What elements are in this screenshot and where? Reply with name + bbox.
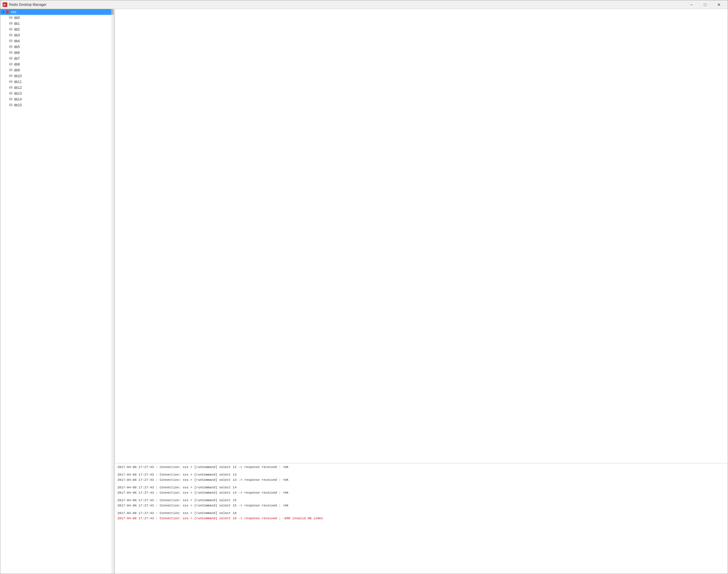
db-icon (8, 80, 13, 84)
db-item-db7[interactable]: db7 (0, 56, 114, 62)
svg-point-8 (9, 28, 12, 29)
db-item-db0[interactable]: db0 (0, 15, 114, 21)
svg-point-6 (9, 16, 12, 17)
db-item-db12[interactable]: db12 (0, 85, 114, 91)
db-label: db3 (14, 33, 20, 37)
db-icon (8, 33, 13, 38)
title-bar: R Redis Desktop Manager − □ ✕ (0, 0, 728, 9)
scrollbar-thumb[interactable] (111, 9, 114, 15)
db-label: db2 (14, 27, 20, 32)
svg-point-18 (9, 86, 12, 87)
log-panel[interactable]: 2017-04-08 17:27:43 : Connection: sss > … (115, 463, 728, 574)
connection-item[interactable]: ▼ sss (0, 9, 114, 15)
sidebar[interactable]: ▼ sss d (0, 9, 114, 574)
main-content (115, 9, 728, 463)
db-label: db12 (14, 86, 22, 90)
log-line: 2017-04-08 17:27:43 : Connection: sss > … (117, 490, 725, 495)
log-line: 2017-04-08 17:27:43 : Connection: sss > … (117, 472, 725, 477)
db-item-db3[interactable]: db3 (0, 32, 114, 38)
svg-point-14 (9, 63, 12, 64)
svg-point-17 (9, 80, 12, 82)
db-icon (8, 56, 13, 61)
svg-point-4 (9, 11, 9, 11)
database-list: db0 db1 db2 (0, 15, 114, 108)
log-line (117, 483, 725, 485)
db-label: db8 (14, 62, 20, 67)
log-line (117, 508, 725, 510)
svg-point-5 (9, 12, 9, 13)
log-line: 2017-04-08 17:27:43 : Connection: sss > … (117, 485, 725, 490)
svg-point-16 (9, 75, 12, 76)
db-item-db11[interactable]: db11 (0, 79, 114, 85)
db-icon (8, 39, 13, 43)
main-panel: 2017-04-08 17:27:43 : Connection: sss > … (115, 9, 728, 574)
db-label: db6 (14, 51, 20, 55)
db-label: db14 (14, 97, 22, 101)
main-window: R Redis Desktop Manager − □ ✕ ▼ (0, 0, 728, 574)
svg-point-21 (9, 104, 12, 105)
db-label: db7 (14, 56, 20, 60)
window-controls: − □ ✕ (685, 0, 725, 9)
db-item-db10[interactable]: db10 (0, 73, 114, 79)
log-line: 2017-04-08 17:27:43 : Connection: sss > … (117, 510, 725, 516)
db-item-db5[interactable]: db5 (0, 44, 114, 50)
db-label: db1 (14, 22, 20, 26)
db-item-db15[interactable]: db15 (0, 102, 114, 108)
db-item-db6[interactable]: db6 (0, 50, 114, 56)
db-icon (8, 21, 13, 26)
log-line: 2017-04-08 17:27:43 : Connection: sss > … (117, 503, 725, 508)
db-icon (8, 50, 13, 55)
db-label: db15 (14, 103, 22, 107)
db-icon (8, 15, 13, 20)
log-line (117, 495, 725, 498)
db-icon (8, 27, 13, 32)
db-icon (8, 91, 13, 96)
tree-toggle-sss[interactable]: ▼ (1, 10, 5, 14)
db-item-db1[interactable]: db1 (0, 21, 114, 27)
svg-point-10 (9, 40, 12, 41)
svg-point-15 (9, 69, 12, 70)
svg-point-19 (9, 92, 12, 93)
svg-point-11 (9, 45, 12, 47)
svg-point-13 (9, 57, 12, 58)
db-label: db13 (14, 91, 22, 95)
content-area: ▼ sss d (0, 9, 728, 574)
svg-point-20 (9, 98, 12, 99)
db-icon (8, 62, 13, 67)
close-button[interactable]: ✕ (712, 0, 725, 9)
server-icon (5, 10, 10, 14)
log-line (117, 470, 725, 472)
db-icon (8, 45, 13, 49)
db-label: db0 (14, 16, 20, 20)
db-item-db9[interactable]: db9 (0, 67, 114, 73)
log-line: 2017-04-08 17:27:43 : Connection: sss > … (117, 516, 725, 521)
log-line: 2017-04-08 17:27:43 : Connection: sss > … (117, 464, 725, 470)
svg-point-7 (9, 22, 12, 23)
svg-text:R: R (3, 3, 5, 6)
log-line: 2017-04-08 17:27:43 : Connection: sss > … (117, 477, 725, 483)
db-label: db5 (14, 45, 20, 49)
db-item-db2[interactable]: db2 (0, 27, 114, 32)
sidebar-scrollbar[interactable] (111, 9, 114, 574)
db-icon (8, 74, 13, 78)
db-icon (8, 85, 13, 90)
db-item-db8[interactable]: db8 (0, 62, 114, 67)
db-icon (8, 97, 13, 101)
db-icon (8, 68, 13, 73)
db-icon (8, 103, 13, 108)
restore-button[interactable]: □ (698, 0, 712, 9)
db-label: db11 (14, 80, 22, 84)
log-line: 2017-04-08 17:27:43 : Connection: sss > … (117, 498, 725, 503)
db-item-db13[interactable]: db13 (0, 91, 114, 96)
svg-point-12 (9, 51, 12, 52)
db-item-db4[interactable]: db4 (0, 38, 114, 44)
app-icon: R (3, 2, 7, 7)
db-label: db9 (14, 68, 20, 72)
db-label: db4 (14, 39, 20, 43)
svg-point-9 (9, 34, 12, 35)
db-item-db14[interactable]: db14 (0, 96, 114, 102)
minimize-button[interactable]: − (685, 0, 698, 9)
window-title: Redis Desktop Manager (9, 3, 685, 7)
db-label: db10 (14, 74, 22, 78)
connection-label: sss (11, 10, 16, 14)
